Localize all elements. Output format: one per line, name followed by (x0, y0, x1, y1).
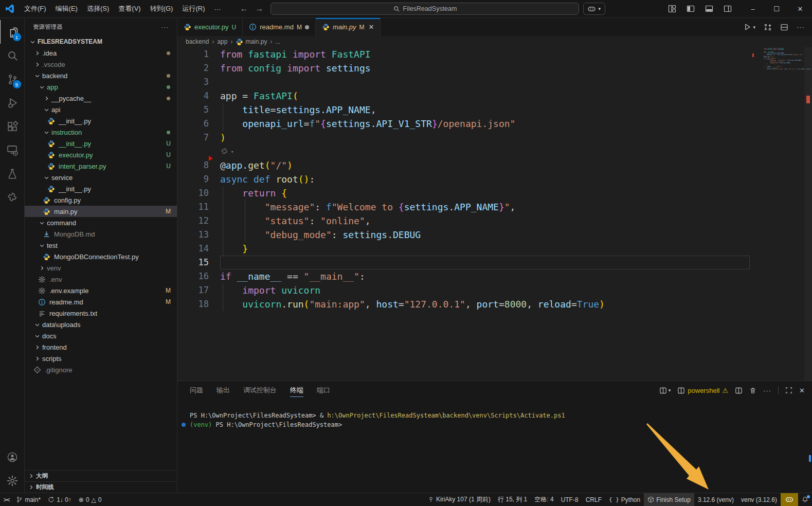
menu-3[interactable]: 查看(V) (114, 2, 145, 15)
tree-item-__init__.py[interactable]: __init__.py (25, 183, 177, 194)
tree-item-__init__.py[interactable]: __init__.py (25, 115, 177, 127)
breadcrumb-item-...[interactable]: ... (275, 38, 280, 45)
tree-item-MongoDBConnectionTest.py[interactable]: MongoDBConnectionTest.py (25, 251, 177, 262)
status-python-version[interactable]: 3.12.6 (venv) (694, 493, 737, 506)
account-icon[interactable] (0, 445, 25, 469)
tree-item-executor.py[interactable]: executor.pyU (25, 149, 177, 160)
status-venv[interactable]: venv (3.12.6) (737, 493, 781, 506)
trash-icon[interactable] (749, 387, 756, 394)
customize-layout-icon[interactable] (668, 5, 676, 13)
tree-item-intent_parser.py[interactable]: intent_parser.pyU (25, 160, 177, 172)
activity-extensions-icon[interactable] (0, 115, 25, 138)
toggle-sidebar-icon[interactable] (687, 5, 695, 13)
activity-source-control-icon[interactable]: 9 (0, 67, 25, 91)
terminal-output[interactable]: PS H:\OwnProject\FilesReadSysteam> & h:\… (177, 400, 812, 493)
status-blame[interactable]: KiriAky 107 (1 周前) (424, 493, 494, 506)
split-terminal-icon[interactable] (735, 387, 743, 394)
tree-item-readme.md[interactable]: readme.mdM (25, 296, 177, 308)
tree-item-requirements.txt[interactable]: requirements.txt (25, 308, 177, 319)
activity-remote-explorer-icon[interactable] (0, 138, 25, 162)
panel-tab-调试控制台[interactable]: 调试控制台 (243, 381, 277, 400)
menu-4[interactable]: 转到(G) (146, 2, 178, 15)
code-editor[interactable]: 1from fastapi import FastAPI2from config… (177, 47, 812, 381)
more-actions-icon[interactable]: ··· (797, 23, 805, 31)
status-copilot-status[interactable] (781, 493, 798, 506)
tree-item-.vscode[interactable]: .vscode (25, 59, 177, 70)
copilot-chat-button[interactable]: ▾ (583, 3, 605, 15)
editor-scrollbar[interactable] (804, 47, 812, 381)
panel-more-icon[interactable]: ··· (763, 387, 771, 394)
tree-item-FILESREADSYSTEAM[interactable]: FILESREADSYSTEAM (25, 36, 177, 47)
tree-item-service[interactable]: service (25, 172, 177, 183)
tree-item-api[interactable]: api (25, 104, 177, 115)
status-remote[interactable]: >< (0, 493, 12, 506)
tree-item-__init__.py[interactable]: __init__.pyU (25, 138, 177, 149)
tree-item-docs[interactable]: docs (25, 330, 177, 341)
tree-item-venv[interactable]: venv (25, 262, 177, 274)
status-finish-setup[interactable]: Finish Setup (644, 493, 694, 506)
forward-arrow-icon[interactable]: → (255, 4, 263, 13)
tree-item-.env[interactable]: .env (25, 274, 177, 285)
status-notifications[interactable] (798, 493, 812, 506)
close-tab-icon[interactable]: ✕ (368, 23, 374, 31)
sidebar-more-icon[interactable]: ··· (161, 24, 169, 30)
menu-2[interactable]: 选择(S) (82, 2, 114, 15)
activity-run-debug-icon[interactable] (0, 91, 25, 115)
activity-copilot-swirl-icon[interactable] (0, 186, 25, 209)
tree-item-.env.example[interactable]: .env.exampleM (25, 285, 177, 296)
menu-0[interactable]: 文件(F) (20, 2, 51, 15)
new-terminal-button[interactable]: ▾ (659, 387, 671, 394)
menu-1[interactable]: 编辑(E) (51, 2, 82, 15)
status-language[interactable]: { }Python (605, 493, 644, 506)
manage-settings-icon[interactable] (0, 469, 25, 493)
tree-item-.idea[interactable]: .idea (25, 47, 177, 59)
tab-main.py[interactable]: main.pyM✕ (316, 18, 381, 36)
panel-tab-终端[interactable]: 终端 (290, 381, 303, 400)
tree-item-.gitignore[interactable]: .gitignore (25, 364, 177, 375)
tree-item-scripts[interactable]: scripts (25, 353, 177, 364)
terminal-list-entry[interactable]: powershell ⚠ (677, 387, 728, 394)
command-decoration-dot[interactable] (182, 423, 186, 427)
tree-item-test[interactable]: test (25, 240, 177, 251)
minimize-button[interactable]: – (741, 0, 765, 17)
tab-readme.md[interactable]: readme.mdM (243, 18, 316, 36)
close-panel-icon[interactable]: ✕ (799, 387, 805, 394)
command-center-search[interactable]: FilesReadSysteam (270, 3, 579, 15)
tree-item-MongoDB.md[interactable]: MongoDB.md (25, 228, 177, 240)
sidebar-section-1[interactable]: 时间线 (25, 481, 177, 493)
breadcrumb-item-app[interactable]: app (217, 38, 227, 45)
panel-tab-端口[interactable]: 端口 (317, 381, 330, 400)
status-cursor-position[interactable]: 行 15, 列 1 (494, 493, 531, 506)
minimap[interactable]: from fastapi import FastAPIfrom config i… (752, 48, 804, 70)
activity-search-icon[interactable] (0, 44, 25, 67)
activity-testing-icon[interactable] (0, 162, 25, 186)
split-editor-icon[interactable] (780, 23, 788, 31)
toggle-panel-icon[interactable] (705, 5, 713, 13)
activity-explorer-icon[interactable]: 1 (0, 20, 25, 44)
tree-item-instruction[interactable]: instruction (25, 127, 177, 138)
breadcrumb-item-main.py[interactable]: main.py (236, 38, 267, 46)
dirty-dot-icon[interactable] (305, 25, 309, 29)
back-arrow-icon[interactable]: ← (240, 4, 248, 13)
open-changes-icon[interactable] (764, 23, 772, 31)
panel-tab-问题[interactable]: 问题 (190, 381, 203, 400)
status-eol[interactable]: CRLF (582, 493, 605, 506)
menu-5[interactable]: 运行(R) (177, 2, 209, 15)
status-encoding[interactable]: UTF-8 (557, 493, 582, 506)
menu-6[interactable]: ··· (209, 2, 225, 15)
status-sync[interactable]: 1↓ 0↑ (44, 493, 75, 506)
tree-item-__pycache__[interactable]: __pycache__ (25, 93, 177, 104)
inline-chat-widget[interactable]: ▾ (177, 144, 812, 158)
tab-executor.py[interactable]: executor.pyU (177, 18, 243, 36)
tree-item-app[interactable]: app (25, 81, 177, 93)
tree-item-backend[interactable]: backend (25, 70, 177, 81)
status-git-branch[interactable]: main* (12, 493, 44, 506)
tree-item-config.py[interactable]: config.py (25, 194, 177, 206)
maximize-button[interactable]: ☐ (765, 0, 788, 17)
tree-item-frontend[interactable]: frontend (25, 341, 177, 353)
breadcrumb-item-backend[interactable]: backend (186, 38, 209, 45)
tree-item-command[interactable]: command (25, 217, 177, 228)
run-python-button[interactable]: ▾ (744, 23, 755, 31)
tree-item-main.py[interactable]: main.pyM (25, 206, 177, 217)
panel-tab-输出[interactable]: 输出 (216, 381, 230, 400)
